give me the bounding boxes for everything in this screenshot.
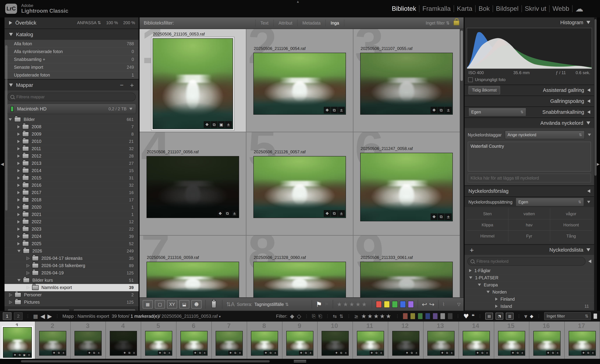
cloud-sync-icon[interactable]: ☁ <box>575 4 583 13</box>
chevron-down-icon[interactable] <box>588 134 591 136</box>
reject-flag-icon[interactable]: ⚑ <box>324 301 329 308</box>
filmstrip-thumbnail[interactable]: ❖⧉± <box>533 331 561 356</box>
rotate-left-icon[interactable]: ↩ <box>422 301 427 308</box>
folder-row-2021[interactable]: 20211 <box>5 211 139 218</box>
grid-cell-5[interactable]: 5 20250506_211126_0057.raf ❖⧉± <box>246 132 353 235</box>
thumbnail-slider[interactable]: ⌇ <box>442 302 445 307</box>
filmstrip-cell-7[interactable]: 7 ❖⧉± <box>212 322 247 359</box>
histogram-header[interactable]: Histogram <box>465 17 594 28</box>
chevron-right-icon[interactable] <box>17 206 20 209</box>
photo-thumbnail[interactable]: ❖⧉▣± <box>153 38 233 129</box>
diamond-marker-icon[interactable]: ◆ <box>530 314 533 319</box>
keyword-set-header[interactable]: Nyckelordsuppsättning Egen⇅ <box>465 197 594 207</box>
filmstrip-thumbnail[interactable]: ❖⧉± <box>251 331 278 356</box>
keyword-tags-mode-dropdown[interactable]: Ange nyckelord⇅ <box>505 131 585 139</box>
grid-cell-3[interactable]: 3 20250506_211107_0055.raf ❖⧉± <box>353 29 460 132</box>
filmstrip-thumbnail[interactable]: ❖⧉▣± <box>3 327 32 358</box>
rotate-right-icon[interactable]: ↪ <box>429 301 434 308</box>
star-filter-control[interactable]: ★★★★★ <box>361 313 392 320</box>
filmstrip-thumbnail[interactable]: ❖⧉± <box>427 331 455 356</box>
filmstrip-thumbnail[interactable]: ❖⧉± <box>569 331 596 356</box>
chevron-down-icon[interactable] <box>469 277 472 279</box>
folder-row-personer[interactable]: Personer2 <box>5 291 139 299</box>
filter-color-red[interactable] <box>403 313 408 319</box>
chevron-right-icon[interactable] <box>17 198 20 202</box>
keyword-suggestion[interactable]: Horisont <box>550 220 592 231</box>
stack-chevrons-icon[interactable]: ⩔ <box>524 313 527 319</box>
badge-toggle-icon[interactable]: ⬔ <box>496 313 503 320</box>
keyword-badge-icon[interactable]: ❖ <box>431 214 437 220</box>
catalog-item-previous-import[interactable]: Senaste import 249 <box>5 63 139 71</box>
folder-row-bilder-kurs[interactable]: Bilder kurs51 <box>5 277 139 284</box>
metadata-filter2-icon[interactable]: ⇅ <box>339 314 343 319</box>
photo-thumbnail[interactable]: ❖⧉± <box>253 53 346 115</box>
catalog-item-synced[interactable]: Alla synkroniserade foton 0 <box>5 48 139 56</box>
filmstrip-thumbnail[interactable]: ❖⧉± <box>216 331 243 356</box>
folder-row-2018[interactable]: 201817 <box>5 196 139 204</box>
chevron-down-icon[interactable] <box>17 279 20 281</box>
keyword-badge-icon[interactable]: ❖ <box>204 121 210 128</box>
secondary-monitor-button[interactable]: 2 <box>14 312 23 320</box>
keyword-badge-icon[interactable]: ❖ <box>324 107 330 113</box>
module-bok[interactable]: Bok <box>476 5 493 12</box>
folder-row-2016[interactable]: 201632 <box>5 182 139 189</box>
volume-macintosh-hd[interactable]: Macintosh HD 0,2 / 2 TB <box>7 104 136 114</box>
left-panel-scrollbar[interactable] <box>5 45 8 211</box>
add-keyword-button[interactable]: ＋ <box>469 247 475 253</box>
collection-badge-icon[interactable]: ⧉ <box>211 121 217 128</box>
module-framkalla[interactable]: Framkalla <box>419 5 453 12</box>
histogram-chart[interactable] <box>467 28 592 69</box>
flag-filter-unflagged-icon[interactable]: ◇ <box>297 313 301 319</box>
folder-row-2017[interactable]: 201716 <box>5 189 139 196</box>
filter-color-custom[interactable] <box>448 313 453 319</box>
keyword-suggestion[interactable]: Tång <box>550 231 592 242</box>
filmstrip-thumbnail[interactable]: ❖⧉± <box>498 331 525 356</box>
chevron-right-icon[interactable] <box>17 140 20 143</box>
keyword-filter-input[interactable] <box>476 259 582 264</box>
develop-badge-icon[interactable]: ± <box>445 214 451 220</box>
filter-color-blue[interactable] <box>425 313 430 319</box>
module-webb[interactable]: Webb <box>550 5 572 12</box>
metadata-filter-icon[interactable]: ⇆ <box>333 314 337 319</box>
grid-cell-8[interactable]: 8 20250506_211328_0060.raf <box>246 236 353 298</box>
folder-row-2015[interactable]: 201531 <box>5 174 139 182</box>
folder-row-falkenberg[interactable]: 2026-04-18 falkenberg89 <box>5 262 139 269</box>
collection-badge-icon[interactable]: ⧉ <box>438 214 444 220</box>
filmstrip-thumbnail[interactable]: ❖⧉± <box>392 331 419 356</box>
color-label-blue[interactable] <box>400 301 406 308</box>
develop-badge-icon[interactable]: ± <box>225 121 232 128</box>
keyword-row-faglar[interactable]: 1-Fåglar <box>465 267 594 274</box>
filmstrip-thumbnail[interactable]: ❖⧉± <box>322 331 349 356</box>
chevron-right-icon[interactable] <box>17 147 20 150</box>
filter-tab-inga[interactable]: Inga <box>325 20 344 26</box>
go-forward-icon[interactable]: ▶ <box>47 313 52 320</box>
develop-badge-icon[interactable]: ± <box>231 210 238 217</box>
star-rating-control[interactable]: ★★★★★ <box>337 301 368 308</box>
catalog-item-all-photos[interactable]: Alla foton 788 <box>5 40 139 48</box>
folder-row-2026-04-19[interactable]: 2026-04-19125 <box>5 269 139 277</box>
folder-row-skreanas[interactable]: 2026-04-17 skreanäs35 <box>5 255 139 262</box>
keywording-header[interactable]: Använda nyckelord <box>465 118 594 128</box>
keyword-row-norden[interactable]: Norden <box>465 289 594 296</box>
keyword-row-island[interactable]: Island11 <box>465 303 594 310</box>
chevron-down-icon[interactable] <box>587 201 590 203</box>
filmstrip-thumbnail[interactable]: ❖⧉± <box>463 331 490 356</box>
filmstrip-thumbnail[interactable]: ❖⧉± <box>180 331 208 356</box>
chevron-right-icon[interactable] <box>17 169 20 172</box>
add-folder-button[interactable]: ＋ <box>129 81 135 89</box>
photo-thumbnail[interactable]: ❖⧉± <box>360 53 453 115</box>
collection-badge-icon[interactable]: ⧉ <box>438 107 444 113</box>
chevron-right-icon[interactable] <box>17 184 20 187</box>
folder-row-2009[interactable]: 20098 <box>5 131 139 138</box>
filter-color-none[interactable] <box>440 313 445 319</box>
filter-toggle-switch[interactable] <box>593 313 597 319</box>
keyword-row-europa[interactable]: Europa <box>465 281 594 289</box>
filter-lock-icon[interactable] <box>453 20 459 25</box>
painter-tool-icon[interactable] <box>212 301 216 308</box>
panel-reveal-top-icon[interactable]: ▲ <box>297 0 299 3</box>
compare-view-button[interactable]: XY <box>167 300 177 308</box>
keyword-suggestions-header[interactable]: Nyckelordsförslag <box>465 186 594 196</box>
module-bibliotek[interactable]: Bibliotek <box>389 5 419 12</box>
color-label-green[interactable] <box>392 301 398 308</box>
right-panel-scrollbar[interactable] <box>594 17 597 311</box>
